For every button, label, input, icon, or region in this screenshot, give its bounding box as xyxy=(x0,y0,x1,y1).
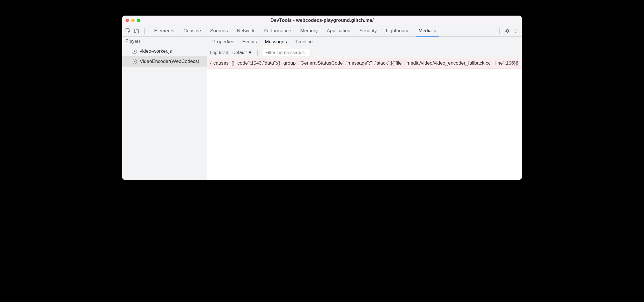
svg-rect-2 xyxy=(136,30,139,33)
subtab-messages[interactable]: Messages xyxy=(261,37,291,47)
kebab-menu-icon[interactable] xyxy=(513,28,519,34)
tab-label: Console xyxy=(183,28,201,34)
tab-lighthouse[interactable]: Lighthouse xyxy=(381,25,414,36)
tab-label: Performance xyxy=(264,28,291,34)
divider xyxy=(499,28,500,34)
tab-network[interactable]: Network xyxy=(232,25,259,36)
panel-tabs: ElementsConsoleSourcesNetworkPerformance… xyxy=(150,25,441,36)
players-sidebar: Players video-worker.jsVideoEncoder(WebC… xyxy=(122,37,207,180)
traffic-lights xyxy=(126,19,140,22)
tab-label: Media xyxy=(419,28,432,34)
tab-elements[interactable]: Elements xyxy=(150,25,179,36)
tab-media[interactable]: Media✕ xyxy=(414,25,441,36)
tabbar-left-tools xyxy=(125,28,147,34)
divider xyxy=(144,28,145,34)
sidebar-header: Players xyxy=(122,37,207,46)
filter-bar: Log level: Default ▼ xyxy=(207,47,522,58)
subtab-properties[interactable]: Properties xyxy=(208,37,238,47)
tab-security[interactable]: Security xyxy=(355,25,381,36)
maximize-window-button[interactable] xyxy=(137,19,140,22)
player-label: VideoEncoder(WebCodecs) xyxy=(140,59,199,64)
tab-label: Lighthouse xyxy=(386,28,409,34)
device-toolbar-icon[interactable] xyxy=(134,28,140,34)
titlebar: DevTools - webcodecs-playground.glitch.m… xyxy=(122,16,522,25)
svg-point-5 xyxy=(515,32,516,33)
log-level-select[interactable]: Default ▼ xyxy=(232,50,253,55)
play-icon xyxy=(132,49,137,54)
tabbar-right-tools xyxy=(497,28,519,34)
tab-label: Application xyxy=(327,28,350,34)
svg-point-4 xyxy=(515,30,516,31)
svg-point-3 xyxy=(515,29,516,29)
tab-label: Sources xyxy=(210,28,228,34)
tab-label: Security xyxy=(359,28,377,34)
window-title: DevTools - webcodecs-playground.glitch.m… xyxy=(122,18,522,23)
player-label: video-worker.js xyxy=(140,48,172,54)
players-list: video-worker.jsVideoEncoder(WebCodecs) xyxy=(122,46,207,67)
player-item[interactable]: VideoEncoder(WebCodecs) xyxy=(122,56,207,67)
inspect-element-icon[interactable] xyxy=(125,28,131,34)
tab-label: Network xyxy=(237,28,255,34)
gear-icon[interactable] xyxy=(504,28,510,34)
tab-application[interactable]: Application xyxy=(322,25,355,36)
divider xyxy=(257,50,258,56)
main-panel: PropertiesEventsMessagesTimeline Log lev… xyxy=(207,37,522,180)
tab-console[interactable]: Console xyxy=(179,25,206,36)
tab-label: Memory xyxy=(300,28,317,34)
body: Players video-worker.jsVideoEncoder(WebC… xyxy=(122,37,522,180)
play-icon xyxy=(132,59,137,64)
log-area: {"causes":[],"code":1543,"data":{},"grou… xyxy=(207,58,522,180)
devtools-window: DevTools - webcodecs-playground.glitch.m… xyxy=(122,16,522,180)
log-level-label: Log level: xyxy=(210,50,230,55)
subtab-timeline[interactable]: Timeline xyxy=(291,37,317,47)
tab-memory[interactable]: Memory xyxy=(296,25,322,36)
close-window-button[interactable] xyxy=(126,19,129,22)
tab-sources[interactable]: Sources xyxy=(206,25,232,36)
subtab-events[interactable]: Events xyxy=(238,37,261,47)
main-tabbar: ElementsConsoleSourcesNetworkPerformance… xyxy=(122,25,522,37)
minimize-window-button[interactable] xyxy=(131,19,135,22)
filter-input[interactable] xyxy=(263,49,310,56)
log-row: {"causes":[],"code":1543,"data":{},"grou… xyxy=(207,58,522,69)
log-level-value: Default xyxy=(232,50,247,55)
media-subtabs: PropertiesEventsMessagesTimeline xyxy=(207,37,522,47)
close-icon[interactable]: ✕ xyxy=(433,29,437,33)
chevron-down-icon: ▼ xyxy=(248,50,252,55)
tab-label: Elements xyxy=(154,28,174,34)
player-item[interactable]: video-worker.js xyxy=(122,46,207,56)
tab-performance[interactable]: Performance xyxy=(259,25,296,36)
